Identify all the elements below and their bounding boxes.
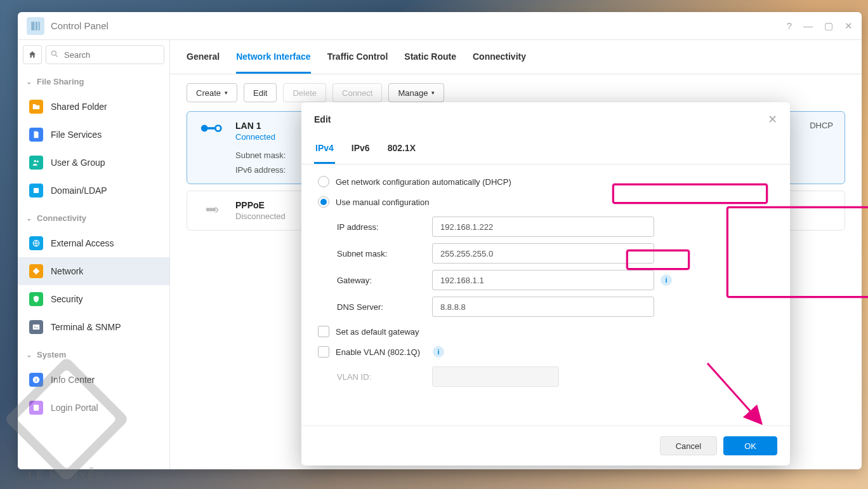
modal-close-icon[interactable]: ✕	[768, 112, 777, 126]
ip-label: IP address:	[337, 222, 432, 232]
svg-point-3	[51, 51, 56, 55]
modal-title: Edit	[314, 114, 331, 124]
sidebar-item-info-center[interactable]: i Info Center	[18, 366, 169, 394]
mask-label: Subnet mask:	[337, 249, 432, 258]
sidebar-item-terminal-snmp[interactable]: Terminal & SNMP	[18, 313, 169, 341]
tab-connectivity[interactable]: Connectivity	[473, 51, 526, 74]
network-icon	[29, 264, 43, 278]
login-icon	[29, 401, 43, 415]
sidebar: ⌃ File Sharing Shared Folder File Servic…	[18, 40, 170, 469]
users-icon	[29, 156, 43, 170]
svg-rect-14	[207, 127, 216, 130]
edit-modal: Edit ✕ IPv4 IPv6 802.1X Get network conf…	[301, 102, 790, 466]
home-button[interactable]	[23, 45, 42, 64]
sidebar-item-user-group[interactable]: User & Group	[18, 149, 169, 177]
edit-button[interactable]: Edit	[244, 83, 277, 102]
tab-general[interactable]: General	[187, 51, 220, 74]
modal-tab-8021x[interactable]: 802.1X	[386, 137, 417, 164]
folder-icon	[29, 100, 43, 114]
vlan-id-label: VLAN ID:	[337, 372, 432, 382]
titlebar: Control Panel ? — ▢ ✕	[18, 12, 862, 40]
sidebar-item-external-access[interactable]: External Access	[18, 229, 169, 257]
vlan-id-input	[432, 366, 559, 387]
app-icon	[27, 17, 44, 35]
window-title: Control Panel	[51, 20, 787, 31]
gateway-label: Gateway:	[337, 276, 432, 285]
sidebar-item-network[interactable]: Network	[18, 257, 169, 285]
chevron-down-icon: ⌃	[27, 78, 32, 85]
svg-text:i: i	[36, 377, 37, 383]
manage-button[interactable]: Manage▾	[388, 83, 444, 102]
delete-button[interactable]: Delete	[283, 83, 326, 102]
tabs: General Network Interface Traffic Contro…	[170, 40, 862, 74]
terminal-icon	[29, 320, 43, 334]
ip-address-input[interactable]	[432, 217, 654, 237]
svg-rect-1	[36, 22, 37, 30]
connect-button[interactable]: Connect	[332, 83, 382, 102]
cancel-button[interactable]: Cancel	[660, 436, 717, 455]
svg-rect-11	[34, 405, 39, 410]
chevron-down-icon: ▾	[225, 90, 228, 96]
modal-tab-ipv4[interactable]: IPv4	[314, 137, 335, 164]
info-icon[interactable]: i	[433, 346, 444, 358]
gateway-input[interactable]	[432, 270, 654, 290]
dns-server-input[interactable]	[432, 297, 654, 317]
sidebar-item-security[interactable]: Security	[18, 285, 169, 313]
search-input[interactable]	[46, 45, 164, 64]
sidebar-item-domain-ldap[interactable]: Domain/LDAP	[18, 177, 169, 204]
help-icon[interactable]: ?	[787, 20, 792, 32]
tab-static-route[interactable]: Static Route	[404, 51, 456, 74]
shield-icon	[29, 292, 43, 306]
file-icon	[29, 128, 43, 142]
info-icon: i	[29, 373, 43, 387]
chevron-down-icon: ⌃	[27, 351, 32, 358]
sidebar-item-file-services[interactable]: File Services	[18, 121, 169, 149]
svg-rect-0	[31, 22, 34, 30]
default-gateway-checkbox[interactable]	[318, 326, 329, 337]
info-icon[interactable]: i	[661, 274, 672, 286]
close-icon[interactable]: ✕	[845, 20, 853, 32]
enable-vlan-checkbox[interactable]	[318, 346, 329, 358]
minimize-icon[interactable]: —	[803, 20, 813, 32]
pppoe-icon: •••›	[199, 200, 224, 221]
modal-tab-ipv6[interactable]: IPv6	[350, 137, 371, 164]
svg-point-13	[215, 126, 221, 131]
create-button[interactable]: Create▾	[187, 83, 237, 102]
svg-point-5	[37, 161, 39, 163]
svg-point-4	[34, 160, 37, 163]
sidebar-item-shared-folder[interactable]: Shared Folder	[18, 93, 169, 121]
svg-rect-2	[39, 22, 40, 30]
svg-rect-6	[34, 188, 39, 193]
chevron-down-icon: ⌃	[27, 215, 32, 222]
search-icon	[50, 50, 59, 61]
tab-network-interface[interactable]: Network Interface	[236, 51, 310, 74]
dns-label: DNS Server:	[337, 302, 432, 312]
lan-icon	[199, 121, 224, 175]
maximize-icon[interactable]: ▢	[824, 20, 833, 32]
tab-traffic-control[interactable]: Traffic Control	[327, 51, 388, 74]
section-system[interactable]: ⌃ System	[18, 344, 169, 366]
section-connectivity[interactable]: ⌃ Connectivity	[18, 207, 169, 229]
globe-icon	[29, 236, 43, 250]
svg-rect-8	[33, 325, 40, 330]
sidebar-item-login-portal[interactable]: Login Portal	[18, 394, 169, 422]
section-file-sharing[interactable]: ⌃ File Sharing	[18, 70, 169, 93]
ok-button[interactable]: OK	[723, 436, 777, 455]
radio-manual[interactable]	[318, 196, 329, 208]
chevron-down-icon: ▾	[431, 90, 435, 96]
radio-dhcp[interactable]	[318, 176, 329, 187]
domain-icon	[29, 184, 43, 198]
subnet-mask-input[interactable]	[432, 243, 654, 264]
